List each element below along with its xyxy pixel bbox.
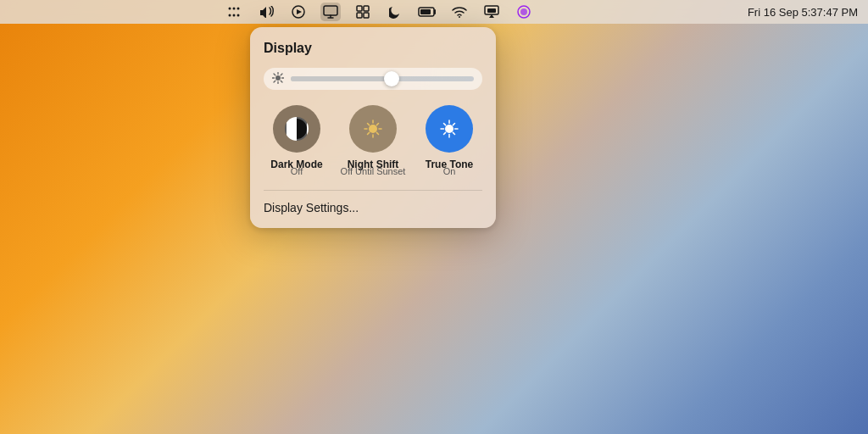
svg-point-3 xyxy=(228,14,231,17)
brightness-thumb[interactable] xyxy=(384,71,399,86)
svg-point-5 xyxy=(236,14,239,17)
svg-rect-12 xyxy=(364,13,369,18)
svg-line-36 xyxy=(376,124,378,125)
brightness-slider-container xyxy=(264,68,482,90)
svg-line-37 xyxy=(368,132,370,134)
svg-line-43 xyxy=(444,124,446,125)
night-shift-sublabel: Off Until Sunset xyxy=(341,166,406,176)
dark-mode-button[interactable]: Dark Mode Off xyxy=(264,105,330,176)
true-tone-icon xyxy=(437,117,461,141)
svg-point-29 xyxy=(369,125,377,133)
panel-title: Display xyxy=(264,41,482,56)
brightness-low-icon xyxy=(272,72,284,86)
true-tone-sublabel: On xyxy=(443,166,456,176)
svg-line-35 xyxy=(376,132,378,134)
svg-rect-11 xyxy=(357,13,362,18)
svg-line-34 xyxy=(368,124,370,125)
display-panel: Display xyxy=(250,27,496,228)
svg-point-15 xyxy=(459,16,460,18)
svg-rect-10 xyxy=(364,6,369,11)
true-tone-icon-circle xyxy=(426,105,473,153)
svg-rect-14 xyxy=(420,9,431,14)
svg-line-44 xyxy=(453,132,454,134)
svg-point-4 xyxy=(232,14,235,17)
night-shift-icon-circle xyxy=(349,105,397,153)
play-icon[interactable] xyxy=(288,3,309,21)
true-tone-button[interactable]: True Tone On xyxy=(416,105,482,176)
volume-icon[interactable] xyxy=(256,3,276,21)
menubar-icons xyxy=(10,3,748,21)
svg-line-27 xyxy=(281,74,282,75)
svg-line-45 xyxy=(453,124,454,125)
svg-rect-9 xyxy=(357,6,362,11)
cast-icon[interactable] xyxy=(481,3,502,21)
svg-point-19 xyxy=(520,8,527,15)
svg-line-46 xyxy=(444,132,446,134)
display-icon[interactable] xyxy=(320,3,341,21)
svg-line-25 xyxy=(274,74,275,75)
night-shift-button[interactable]: Night Shift Off Until Sunset xyxy=(340,105,406,176)
dark-mode-icon-circle xyxy=(273,105,320,153)
svg-line-26 xyxy=(281,81,282,82)
siri-icon[interactable] xyxy=(514,3,534,21)
svg-point-2 xyxy=(236,8,239,10)
menubar: Fri 16 Sep 5:37:47 PM xyxy=(0,0,868,24)
brightness-fill xyxy=(291,76,392,81)
moon-icon[interactable] xyxy=(385,3,405,21)
svg-rect-17 xyxy=(487,8,496,13)
grid-icon[interactable] xyxy=(353,3,373,21)
dots-icon[interactable] xyxy=(224,3,244,21)
display-settings-link[interactable]: Display Settings... xyxy=(264,201,482,214)
svg-marker-7 xyxy=(297,9,302,14)
battery-icon[interactable] xyxy=(417,3,437,21)
dark-mode-labels: Dark Mode Off xyxy=(270,159,322,176)
menubar-datetime: Fri 16 Sep 5:37:47 PM xyxy=(748,6,858,19)
svg-rect-8 xyxy=(324,6,337,15)
dark-mode-icon xyxy=(285,117,309,141)
night-shift-icon xyxy=(361,117,385,141)
brightness-track[interactable] xyxy=(291,76,474,81)
dark-mode-sublabel: Off xyxy=(291,166,303,176)
true-tone-labels: True Tone On xyxy=(426,159,473,176)
panel-divider xyxy=(264,190,482,191)
svg-point-1 xyxy=(232,8,235,10)
svg-point-0 xyxy=(228,8,231,10)
svg-point-20 xyxy=(275,75,281,81)
night-shift-labels: Night Shift Off Until Sunset xyxy=(341,159,406,176)
wifi-icon[interactable] xyxy=(449,3,470,21)
svg-point-38 xyxy=(445,125,453,133)
display-buttons-row: Dark Mode Off Night Shi xyxy=(264,105,482,176)
svg-line-28 xyxy=(274,81,275,82)
